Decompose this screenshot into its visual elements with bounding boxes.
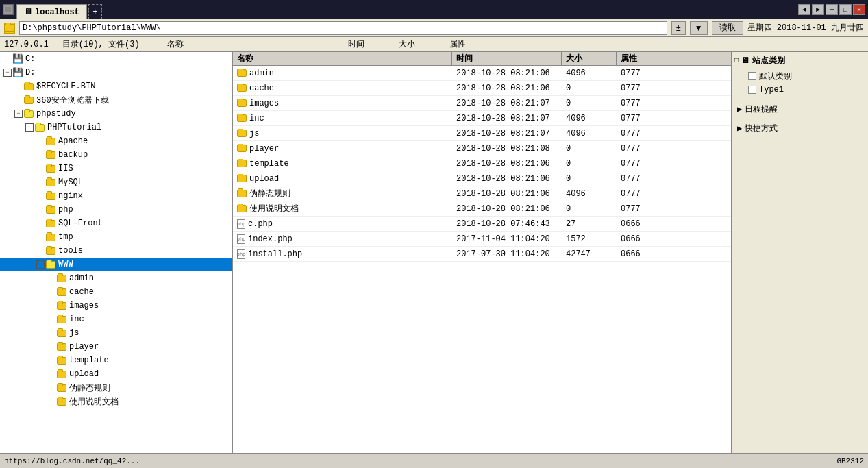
tree-item-8[interactable]: IIS: [0, 162, 232, 175]
tree-item-3[interactable]: 360安全浏览器下载: [0, 93, 232, 107]
file-row-3[interactable]: inc2018-10-28 08:21:0740960777: [233, 111, 731, 126]
file-row-6[interactable]: template2018-10-28 08:21:0600777: [233, 156, 731, 171]
tree-item-1[interactable]: −💾D:: [0, 66, 232, 79]
tree-item-17[interactable]: cache: [0, 285, 232, 299]
file-name-label-1: cache: [249, 84, 274, 93]
tree-item-10[interactable]: nginx: [0, 189, 232, 203]
tree-label-23: upload: [69, 369, 99, 379]
tree-label-16: admin: [69, 273, 94, 283]
encoding-label: GB2312: [836, 457, 864, 465]
file-cell-attr-7: 0777: [617, 174, 671, 184]
file-row-8[interactable]: 伪静态规则2018-10-28 08:21:0640960777: [233, 186, 731, 201]
tree-item-18[interactable]: images: [0, 299, 232, 312]
schedule-item[interactable]: ▶ 日程提醒: [734, 102, 865, 116]
file-row-2[interactable]: images2018-10-28 08:21:0700777: [233, 96, 731, 111]
tree-toggle-1[interactable]: −: [3, 68, 12, 77]
tree-toggle-7: [36, 150, 45, 160]
file-row-10[interactable]: phpc.php2018-10-28 07:46:43270666: [233, 217, 731, 232]
path-input[interactable]: [19, 21, 667, 35]
file-row-11[interactable]: phpindex.php2017-11-04 11:04:2015720666: [233, 232, 731, 247]
tree-toggle-15[interactable]: −: [36, 260, 45, 269]
file-header: 名称时间大小属性: [233, 52, 731, 66]
tree-item-2[interactable]: $RECYCLE.BIN: [0, 79, 232, 93]
tree-item-0[interactable]: 💾C:: [0, 52, 232, 66]
tree-item-7[interactable]: backup: [0, 148, 232, 162]
tree-item-11[interactable]: php: [0, 203, 232, 217]
tree-toggle-13: [36, 232, 45, 242]
file-name-label-0: admin: [249, 69, 274, 78]
new-tab-button[interactable]: +: [88, 4, 102, 19]
read-button[interactable]: 读取: [712, 21, 743, 35]
file-cell-time-7: 2018-10-28 08:21:06: [452, 174, 562, 184]
file-header-col-0[interactable]: 名称: [233, 52, 452, 65]
file-name-label-3: inc: [249, 114, 264, 123]
restore-button[interactable]: □: [839, 4, 852, 15]
default-type-checkbox[interactable]: [748, 72, 756, 80]
file-name-label-7: upload: [249, 174, 279, 184]
file-cell-name-6: template: [233, 159, 452, 169]
file-row-9[interactable]: 使用说明文档2018-10-28 08:21:0600777: [233, 201, 731, 217]
file-row-5[interactable]: player2018-10-28 08:21:0800777: [233, 141, 731, 156]
file-folder-icon-0: [237, 69, 247, 77]
tree-item-15[interactable]: −WWW: [0, 258, 232, 271]
tree-icon-14: [45, 246, 56, 256]
tree-toggle-5[interactable]: −: [25, 123, 34, 132]
schedule-section: ▶ 日程提醒: [734, 102, 865, 116]
nav-left-button[interactable]: ◄: [798, 4, 810, 15]
col-name-label: 名称: [167, 38, 184, 50]
file-header-col-1[interactable]: 时间: [452, 52, 562, 65]
tree-item-24[interactable]: 伪静态规则: [0, 381, 232, 395]
type1-item[interactable]: Type1: [734, 83, 865, 97]
upload-button[interactable]: ±: [671, 21, 686, 35]
file-cell-time-5: 2018-10-28 08:21:08: [452, 144, 562, 153]
tree-item-20[interactable]: js: [0, 326, 232, 340]
file-row-7[interactable]: upload2018-10-28 08:21:0600777: [233, 171, 731, 186]
tree-item-25[interactable]: 使用说明文档: [0, 395, 232, 408]
tree-item-23[interactable]: upload: [0, 367, 232, 381]
tree-label-12: SQL-Front: [58, 219, 103, 228]
file-cell-size-5: 0: [562, 144, 617, 153]
file-cell-attr-3: 0777: [617, 114, 671, 123]
tree-label-4: phpstudy: [36, 109, 76, 119]
right-panel: □ 🖥 站点类别 默认类别 Type1 ▶ 日程提醒 ▶ 快捷方式: [731, 52, 868, 453]
shortcut-item[interactable]: ▶ 快捷方式: [734, 121, 865, 135]
site-type-toggle[interactable]: □: [734, 57, 739, 64]
tree-item-13[interactable]: tmp: [0, 230, 232, 244]
tree-item-5[interactable]: −PHPTutorial: [0, 121, 232, 134]
close-button[interactable]: ✕: [853, 4, 865, 15]
file-row-0[interactable]: admin2018-10-28 08:21:0640960777: [233, 66, 731, 81]
tree-item-19[interactable]: inc: [0, 312, 232, 326]
tree-toggle-4[interactable]: −: [14, 109, 23, 119]
nav-right-button[interactable]: ►: [812, 4, 824, 15]
file-header-col-3[interactable]: 属性: [617, 52, 671, 65]
tree-item-14[interactable]: tools: [0, 244, 232, 258]
tree-item-22[interactable]: template: [0, 354, 232, 367]
tree-icon-20: [56, 328, 67, 338]
tree-label-10: nginx: [58, 191, 83, 201]
tree-item-4[interactable]: −phpstudy: [0, 107, 232, 121]
tree-label-11: php: [58, 205, 73, 214]
shortcut-icon: ▶: [737, 123, 742, 134]
default-type-item[interactable]: 默认类别: [734, 69, 865, 83]
tree-item-6[interactable]: Apache: [0, 134, 232, 148]
file-row-12[interactable]: phpinstall.php2017-07-30 11:04:204274706…: [233, 247, 731, 262]
minimize-button[interactable]: ─: [826, 4, 838, 15]
tree-icon-25: [56, 397, 67, 406]
file-cell-time-2: 2018-10-28 08:21:07: [452, 99, 562, 108]
type1-checkbox[interactable]: [748, 86, 756, 94]
tree-item-16[interactable]: admin: [0, 271, 232, 285]
dropdown-button[interactable]: ▼: [690, 21, 708, 35]
tree-toggle-16: [47, 273, 56, 283]
file-row-1[interactable]: cache2018-10-28 08:21:0600777: [233, 81, 731, 96]
col-time-label: 时间: [348, 38, 364, 50]
tab-localhost[interactable]: 🖥 localhost: [16, 4, 87, 19]
file-name-label-4: js: [249, 129, 259, 138]
tree-icon-7: [45, 150, 56, 160]
tree-item-9[interactable]: MySQL: [0, 175, 232, 189]
main-area: 💾C:−💾D:$RECYCLE.BIN360安全浏览器下载−phpstudy−P…: [0, 52, 868, 453]
file-header-col-2[interactable]: 大小: [562, 52, 617, 65]
file-cell-attr-0: 0777: [617, 69, 671, 78]
tree-item-12[interactable]: SQL-Front: [0, 217, 232, 230]
file-row-4[interactable]: js2018-10-28 08:21:0740960777: [233, 126, 731, 141]
tree-item-21[interactable]: player: [0, 340, 232, 354]
